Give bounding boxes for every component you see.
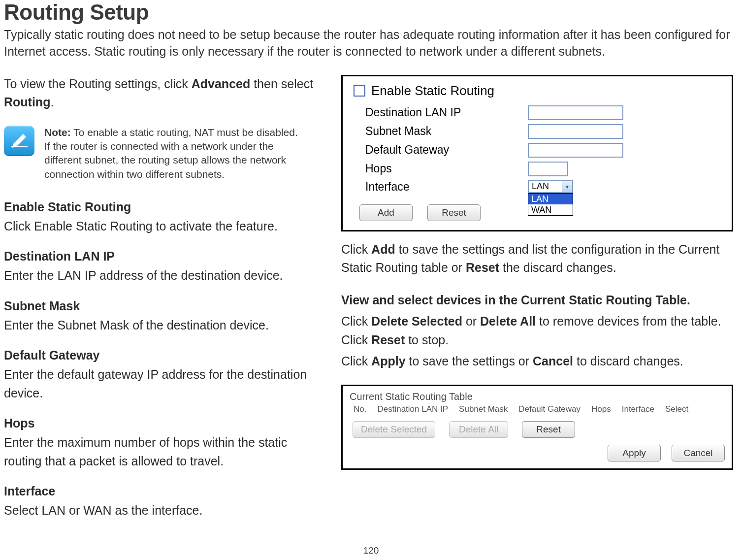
section-dest-head: Destination LAN IP <box>4 249 322 264</box>
note-block: Note: To enable a static routing, NAT mu… <box>4 126 322 181</box>
page-title: Routing Setup <box>4 0 733 25</box>
section-iface-body: Select LAN or WAN as the interface. <box>4 501 322 520</box>
table-col-no: No. <box>354 404 366 414</box>
static-routing-form-panel: Enable Static Routing Destination LAN IP… <box>341 75 733 231</box>
interface-option-wan[interactable]: WAN <box>528 204 573 215</box>
destination-lan-ip-input[interactable] <box>528 105 623 120</box>
interface-selected-value: LAN <box>529 181 562 192</box>
section-enable-body: Click Enable Static Routing to activate … <box>4 217 322 236</box>
pencil-note-icon <box>4 126 34 156</box>
static-routing-table-panel: Current Static Routing Table No. Destina… <box>341 385 733 470</box>
apply-button[interactable]: Apply <box>608 445 661 461</box>
interface-dropdown-list: LAN WAN <box>528 193 573 216</box>
table-col-dest: Destination LAN IP <box>377 404 448 414</box>
delete-paragraph: Click Delete Selected or Delete All to r… <box>341 312 733 349</box>
table-title: Current Static Routing Table <box>350 391 725 402</box>
destination-lan-ip-label: Destination LAN IP <box>354 106 528 119</box>
section-hops-head: Hops <box>4 416 322 430</box>
enable-static-routing-checkbox[interactable] <box>354 85 365 97</box>
table-header-row: No. Destination LAN IP Subnet Mask Defau… <box>350 404 725 414</box>
section-dest-body: Enter the LAN IP address of the destinat… <box>4 266 322 285</box>
view-select-heading: View and select devices in the Current S… <box>341 293 690 307</box>
subnet-mask-label: Subnet Mask <box>354 125 528 138</box>
page-number: 120 <box>363 545 379 556</box>
default-gateway-input[interactable] <box>528 143 623 158</box>
section-hops-body: Enter the maximum number of hops within … <box>4 433 322 470</box>
note-text: Note: To enable a static routing, NAT mu… <box>44 126 300 181</box>
table-col-iface: Interface <box>622 404 654 414</box>
table-col-sel: Select <box>665 404 688 414</box>
delete-selected-button[interactable]: Delete Selected <box>353 421 435 438</box>
chevron-down-icon: ▾ <box>562 181 572 192</box>
enable-static-routing-label: Enable Static Routing <box>371 83 494 99</box>
interface-select[interactable]: LAN ▾ <box>528 180 573 193</box>
interface-option-lan[interactable]: LAN <box>528 194 573 204</box>
section-enable-head: Enable Static Routing <box>4 200 322 214</box>
section-mask-body: Enter the Subnet Mask of the destination… <box>4 316 322 335</box>
add-reset-paragraph: Click Add to save the settings and list … <box>341 240 733 277</box>
interface-label: Interface <box>354 180 528 194</box>
apply-cancel-paragraph: Click Apply to save the settings or Canc… <box>341 352 733 371</box>
cancel-button[interactable]: Cancel <box>672 445 725 461</box>
section-gw-head: Default Gateway <box>4 348 322 362</box>
view-routing-instruction: To view the Routing settings, click Adva… <box>4 75 322 112</box>
section-iface-head: Interface <box>4 484 322 498</box>
default-gateway-label: Default Gateway <box>354 143 528 157</box>
intro-paragraph: Typically static routing does not need t… <box>4 27 733 60</box>
table-reset-button[interactable]: Reset <box>522 421 575 438</box>
hops-label: Hops <box>354 162 528 175</box>
table-col-gw: Default Gateway <box>518 404 581 414</box>
section-mask-head: Subnet Mask <box>4 299 322 313</box>
add-button[interactable]: Add <box>359 204 413 221</box>
table-col-mask: Subnet Mask <box>459 404 508 414</box>
section-gw-body: Enter the default gateway IP address for… <box>4 365 322 402</box>
hops-input[interactable] <box>528 162 568 176</box>
table-col-hops: Hops <box>591 404 611 414</box>
reset-button[interactable]: Reset <box>427 204 481 221</box>
delete-all-button[interactable]: Delete All <box>449 421 508 438</box>
subnet-mask-input[interactable] <box>528 124 623 139</box>
